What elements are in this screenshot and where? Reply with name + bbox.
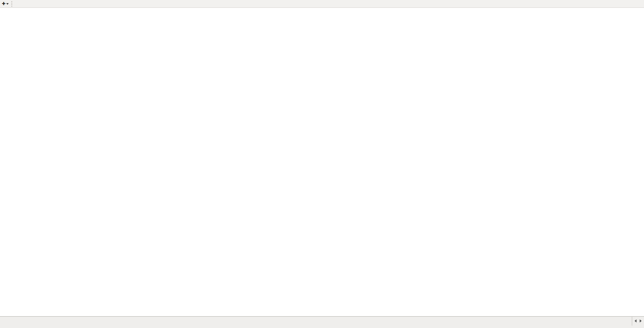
tab-scroll-controls <box>632 316 644 326</box>
chart-canvas[interactable] <box>0 8 644 316</box>
toolbar-grip <box>11 1 14 7</box>
chart-tabs <box>0 316 632 326</box>
bottom-strip <box>0 326 644 328</box>
cursor-tool-button[interactable]: ✚ <box>0 0 10 7</box>
tabs-scroll-right-icon[interactable] <box>640 319 642 323</box>
caret-down-icon <box>6 3 9 5</box>
chart-tab-bar <box>0 316 644 326</box>
tabs-scroll-left-icon[interactable] <box>635 319 637 323</box>
timeframe-toolbar: ✚ <box>0 0 644 8</box>
cursor-crosshair-icon: ✚ <box>2 1 5 6</box>
trading-platform-window: ✚ <box>0 0 644 328</box>
